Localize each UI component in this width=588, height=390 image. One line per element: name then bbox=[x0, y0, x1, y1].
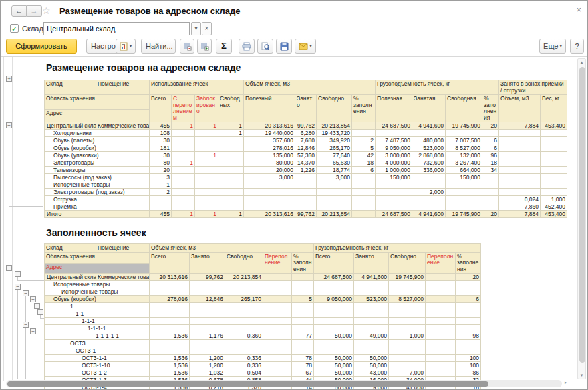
cell[interactable] bbox=[352, 189, 376, 196]
cell[interactable] bbox=[354, 325, 389, 332]
cell[interactable]: 12,846 bbox=[295, 144, 317, 152]
cell[interactable]: 3,000 bbox=[244, 174, 295, 181]
cell[interactable]: 453,400 bbox=[541, 211, 567, 218]
cell[interactable] bbox=[263, 288, 292, 296]
cell[interactable] bbox=[499, 152, 541, 159]
row-group-collapse-box[interactable]: − bbox=[30, 328, 36, 334]
cell[interactable]: 523,000 bbox=[412, 144, 446, 152]
cell[interactable] bbox=[195, 196, 218, 203]
cell[interactable] bbox=[426, 296, 456, 303]
cell[interactable]: 1 000,000 bbox=[376, 167, 412, 174]
cell[interactable] bbox=[244, 196, 295, 203]
cell[interactable]: 24 687,500 bbox=[314, 274, 354, 281]
row-label-cell[interactable]: Итого bbox=[45, 211, 150, 218]
cell[interactable] bbox=[225, 310, 263, 318]
cell[interactable] bbox=[412, 203, 446, 211]
help-button[interactable]: ? bbox=[570, 39, 584, 54]
cell[interactable] bbox=[541, 159, 567, 167]
cell[interactable] bbox=[352, 122, 376, 130]
row-group-collapse-box[interactable]: − bbox=[23, 322, 29, 328]
cell[interactable]: 42 bbox=[352, 152, 376, 159]
cell[interactable]: 34 bbox=[482, 167, 499, 174]
cell[interactable] bbox=[218, 189, 244, 196]
cell[interactable] bbox=[456, 310, 481, 318]
cell[interactable] bbox=[541, 181, 567, 189]
cell[interactable]: 3 267,400 bbox=[446, 159, 482, 167]
cell[interactable] bbox=[292, 281, 314, 288]
cell[interactable] bbox=[225, 281, 263, 288]
cell[interactable] bbox=[263, 340, 292, 347]
row-label-cell[interactable]: Центральный склад bbox=[45, 122, 96, 130]
cell[interactable] bbox=[292, 318, 314, 325]
cell[interactable] bbox=[426, 318, 456, 325]
cell[interactable] bbox=[482, 174, 499, 181]
cell[interactable]: 5 bbox=[292, 296, 314, 303]
cell[interactable]: 265,170 bbox=[225, 296, 263, 303]
cell[interactable] bbox=[376, 181, 412, 189]
find-button[interactable]: Найти... bbox=[141, 39, 176, 54]
cell[interactable] bbox=[190, 340, 225, 347]
more-button[interactable]: Еще ▾ bbox=[539, 39, 566, 54]
row-label-cell[interactable]: 1-1 bbox=[45, 310, 150, 318]
cell[interactable] bbox=[292, 347, 314, 355]
row-group-collapse-box[interactable]: − bbox=[15, 284, 21, 290]
cell[interactable] bbox=[190, 303, 225, 310]
favorite-star-icon[interactable]: ☆ bbox=[42, 5, 51, 16]
cell[interactable] bbox=[389, 281, 426, 288]
cell[interactable]: 100 bbox=[456, 355, 481, 362]
cell[interactable]: 1,200 bbox=[190, 362, 225, 369]
cell[interactable] bbox=[263, 310, 292, 318]
cell[interactable] bbox=[218, 137, 244, 144]
cell[interactable] bbox=[482, 203, 499, 211]
cell[interactable]: 150,000 bbox=[446, 174, 482, 181]
cell[interactable]: 50,000 bbox=[314, 369, 354, 377]
cell[interactable] bbox=[352, 203, 376, 211]
cell[interactable] bbox=[426, 281, 456, 288]
cell[interactable] bbox=[499, 137, 541, 144]
cell[interactable] bbox=[172, 203, 195, 211]
cell[interactable]: 265,170 bbox=[317, 144, 352, 152]
cell[interactable]: 181 bbox=[150, 144, 172, 152]
cell[interactable]: 132,000 bbox=[446, 152, 482, 159]
cell[interactable]: 50,000 bbox=[314, 332, 354, 340]
expand-groups-button[interactable] bbox=[197, 39, 212, 54]
cell[interactable] bbox=[195, 181, 218, 189]
cell[interactable] bbox=[172, 144, 195, 152]
cell[interactable]: 7,884 bbox=[499, 211, 541, 218]
cell[interactable] bbox=[150, 318, 190, 325]
cell[interactable]: 6 bbox=[352, 167, 376, 174]
sum-button[interactable]: Σ bbox=[216, 39, 232, 54]
cell[interactable] bbox=[314, 310, 354, 318]
cell[interactable] bbox=[376, 203, 412, 211]
cell[interactable]: 523,000 bbox=[354, 296, 389, 303]
cell[interactable] bbox=[389, 303, 426, 310]
cell[interactable]: 3 000,000 bbox=[376, 152, 412, 159]
cell[interactable] bbox=[172, 181, 195, 189]
cell[interactable]: 7,680 bbox=[295, 137, 317, 144]
cell[interactable]: 12,846 bbox=[190, 296, 225, 303]
cell[interactable] bbox=[172, 152, 195, 159]
cell[interactable] bbox=[499, 181, 541, 189]
cell[interactable]: 80 bbox=[150, 159, 172, 167]
row-label-cell[interactable]: Холодильники bbox=[45, 130, 150, 137]
column-group-expand-box[interactable]: + bbox=[6, 76, 12, 82]
cell[interactable] bbox=[389, 325, 426, 332]
cell[interactable]: 1,536 bbox=[150, 362, 190, 369]
scroll-down-icon[interactable]: ▾ bbox=[578, 373, 585, 378]
cell[interactable]: 20 bbox=[482, 122, 499, 130]
cell[interactable] bbox=[150, 325, 190, 332]
cell[interactable]: 50,000 bbox=[354, 355, 389, 362]
cell[interactable]: 96 bbox=[482, 152, 499, 159]
row-label-cell[interactable]: 1 bbox=[45, 303, 150, 310]
cell[interactable] bbox=[426, 274, 456, 281]
cell[interactable] bbox=[263, 318, 292, 325]
cell[interactable] bbox=[172, 137, 195, 144]
cell[interactable]: 8 527,000 bbox=[389, 296, 426, 303]
cell[interactable]: 453,400 bbox=[541, 122, 567, 130]
cell[interactable] bbox=[225, 303, 263, 310]
cell[interactable] bbox=[172, 130, 195, 137]
cell[interactable] bbox=[541, 130, 567, 137]
forward-button[interactable]: → bbox=[27, 5, 42, 17]
cell[interactable]: 20 313,616 bbox=[150, 274, 190, 281]
cell[interactable] bbox=[263, 325, 292, 332]
